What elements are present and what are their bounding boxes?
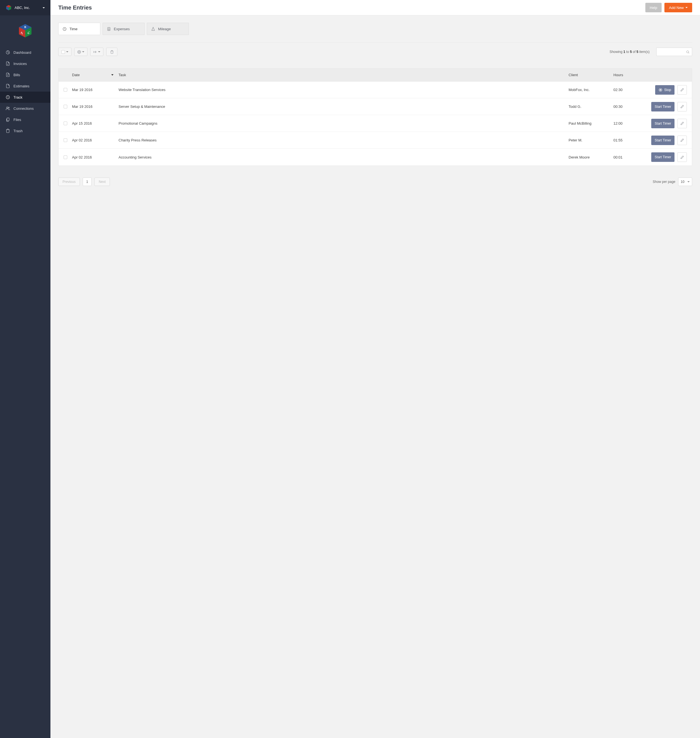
logo-area: B A C: [0, 15, 50, 47]
showing-text: Showing 1 to 5 of 5 item(s): [609, 50, 650, 54]
prev-page-button[interactable]: Previous: [58, 178, 80, 186]
sidebar-item-label: Estimates: [13, 84, 29, 88]
add-new-button[interactable]: Add New: [665, 3, 692, 12]
row-checkbox[interactable]: [63, 88, 67, 92]
table-footer: Previous 1 Next Show per page 10: [58, 178, 692, 186]
svg-point-13: [6, 107, 8, 109]
clock-icon: [62, 27, 67, 31]
start-timer-button[interactable]: Start Timer: [651, 136, 675, 145]
start-timer-button[interactable]: Start Timer: [651, 102, 675, 112]
row-date: Mar 19 2016: [72, 88, 119, 92]
sidebar-item-dashboard[interactable]: Dashboard: [0, 47, 50, 58]
tab-label: Expenses: [114, 27, 130, 31]
chevron-down-icon: [685, 7, 688, 8]
row-task: Charity Press Releases: [119, 138, 569, 142]
svg-rect-29: [660, 89, 661, 91]
main: Time Entries Help Add New TimeExpensesMi…: [50, 0, 700, 738]
chart-pie-icon: [6, 50, 10, 54]
sidebar-item-estimates[interactable]: Estimates: [0, 81, 50, 92]
start-timer-button[interactable]: Start Timer: [651, 119, 675, 128]
sort-desc-icon: [111, 74, 113, 76]
pencil-icon: [680, 105, 684, 109]
add-new-label: Add New: [669, 6, 684, 10]
row-checkbox[interactable]: [63, 105, 67, 109]
edit-button[interactable]: [677, 119, 687, 128]
export-dropdown[interactable]: [90, 48, 103, 56]
page-title: Time Entries: [58, 4, 92, 11]
stop-icon: [659, 88, 662, 92]
table-header: Date Task Client Hours: [59, 69, 692, 82]
row-date: Apr 15 2016: [72, 121, 119, 125]
row-checkbox[interactable]: [63, 156, 67, 159]
delete-button[interactable]: [106, 48, 118, 56]
sidebar-item-invoices[interactable]: Invoices: [0, 58, 50, 69]
company-name: ABC, Inc.: [15, 6, 30, 10]
sidebar-item-bills[interactable]: Bills: [0, 69, 50, 81]
company-logo: B A C: [18, 23, 33, 39]
location-icon: [151, 27, 155, 31]
sidebar-item-trash[interactable]: Trash: [0, 125, 50, 136]
search-icon: [686, 50, 690, 54]
perpage-select[interactable]: 10: [678, 178, 692, 186]
page-1-button[interactable]: 1: [83, 178, 92, 186]
tab-label: Mileage: [158, 27, 171, 31]
svg-line-27: [688, 53, 689, 53]
search-box[interactable]: [656, 48, 692, 56]
row-task: Server Setup & Maintenance: [119, 104, 569, 109]
start-timer-button[interactable]: Start Timer: [651, 153, 675, 162]
row-client: MobFox, Inc.: [569, 88, 613, 92]
clock-icon: [6, 95, 10, 100]
svg-point-26: [687, 51, 689, 53]
next-page-button[interactable]: Next: [94, 178, 110, 186]
pencil-icon: [680, 138, 684, 142]
table-row: Apr 02 2016 Charity Press Releases Peter…: [59, 132, 692, 149]
sidebar-item-files[interactable]: Files: [0, 114, 50, 125]
svg-point-19: [108, 29, 109, 29]
users-icon: [6, 106, 10, 111]
svg-text:B: B: [24, 25, 26, 29]
sidebar-item-label: Files: [13, 117, 21, 122]
sidebar-item-label: Dashboard: [13, 50, 31, 54]
row-hours: 00:01: [613, 155, 641, 159]
edit-button[interactable]: [677, 153, 687, 162]
row-hours: 02:30: [613, 88, 641, 92]
svg-point-21: [109, 29, 110, 29]
tab-expenses[interactable]: Expenses: [103, 23, 145, 35]
tab-mileage[interactable]: Mileage: [147, 23, 189, 35]
svg-point-25: [79, 51, 79, 52]
svg-rect-15: [7, 118, 9, 121]
sidebar-item-connections[interactable]: Connections: [0, 103, 50, 114]
column-task[interactable]: Task: [119, 73, 569, 77]
calculator-icon: [107, 27, 111, 31]
select-all-dropdown[interactable]: [58, 48, 72, 56]
sidebar-item-label: Invoices: [13, 62, 27, 66]
settings-dropdown[interactable]: [74, 48, 87, 56]
row-date: Apr 02 2016: [72, 155, 119, 159]
help-button[interactable]: Help: [646, 3, 662, 12]
gear-icon: [77, 50, 81, 54]
column-hours[interactable]: Hours: [613, 73, 641, 77]
row-task: Promotional Campaigns: [119, 121, 569, 125]
row-checkbox[interactable]: [63, 138, 67, 142]
table-row: Apr 02 2016 Accounting Services Derek Mo…: [59, 149, 692, 166]
company-selector[interactable]: ABC, Inc.: [0, 0, 50, 15]
tab-time[interactable]: Time: [58, 23, 100, 35]
chevron-down-icon: [43, 7, 45, 9]
stop-timer-button[interactable]: Stop: [655, 85, 675, 95]
edit-button[interactable]: [677, 102, 687, 112]
checkbox-icon: [61, 50, 65, 54]
pencil-icon: [680, 156, 684, 159]
chevron-down-icon: [98, 51, 100, 52]
sidebar-item-label: Trash: [13, 129, 23, 133]
search-input[interactable]: [659, 50, 686, 54]
column-client[interactable]: Client: [569, 73, 613, 77]
chevron-down-icon: [66, 51, 68, 52]
document-blank-icon: [6, 84, 10, 88]
edit-button[interactable]: [677, 136, 687, 145]
help-label: Help: [650, 6, 657, 10]
column-date[interactable]: Date: [72, 73, 119, 77]
row-checkbox[interactable]: [63, 122, 67, 125]
sidebar-item-track[interactable]: Track: [0, 92, 50, 103]
table-row: Mar 19 2016 Website Translation Services…: [59, 82, 692, 98]
edit-button[interactable]: [677, 85, 687, 95]
